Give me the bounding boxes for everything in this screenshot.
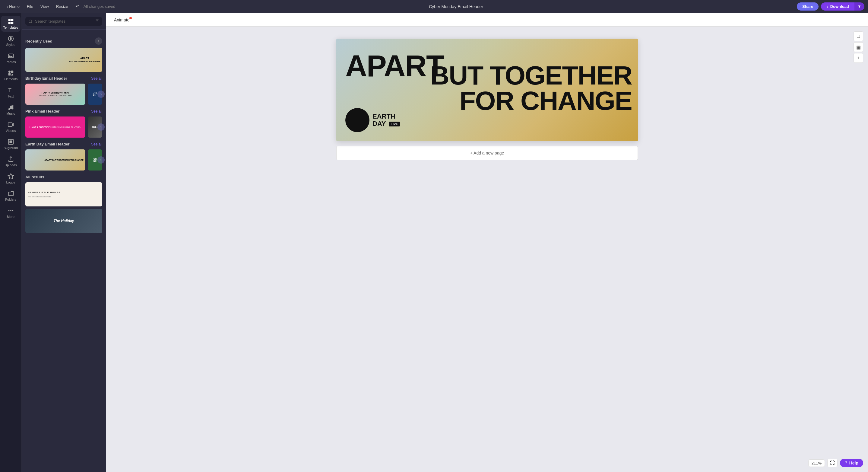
sidebar-item-folders[interactable]: Folders bbox=[1, 188, 21, 204]
sidebar-item-photos[interactable]: Photos bbox=[1, 50, 21, 66]
result-card-homes-container: HEWES LITTLE HOMES This is how homes are… bbox=[25, 182, 102, 206]
svg-marker-18 bbox=[8, 174, 13, 179]
photos-icon bbox=[7, 53, 14, 59]
pink-preview-1: I HAVE A SURPRISE!I hope you're going to… bbox=[25, 117, 85, 138]
canvas-apart-text: APART bbox=[345, 51, 444, 81]
more-icon bbox=[7, 207, 14, 214]
zoom-level[interactable]: 211% bbox=[808, 459, 825, 467]
animate-button[interactable]: Animate bbox=[111, 16, 132, 24]
copy-tool-button[interactable]: ▣ bbox=[854, 42, 863, 52]
svg-rect-3 bbox=[11, 22, 13, 24]
pink-title: Pink Email Header bbox=[25, 109, 59, 114]
earth-day-grid: APART BUT TOGETHER FOR CHANGE GRNO › bbox=[25, 149, 102, 171]
videos-label: Videos bbox=[6, 129, 16, 132]
download-icon: ↓ bbox=[826, 4, 829, 9]
help-button[interactable]: ? Help bbox=[840, 459, 863, 467]
undo-button[interactable]: ↶ bbox=[72, 2, 82, 10]
svg-rect-1 bbox=[11, 19, 13, 21]
svg-point-19 bbox=[8, 210, 9, 211]
design-canvas[interactable]: APART BUT TOGETHERFOR CHANGE EARTHDAY LI… bbox=[336, 39, 638, 141]
download-button-group: ↓ Download ▼ bbox=[821, 2, 864, 10]
canvas-area: Animate □ ▣ + APART BUT TOGETHERFOR CHAN… bbox=[106, 13, 868, 472]
sidebar-item-background[interactable]: Bkground bbox=[1, 136, 21, 152]
result-card-homes[interactable]: HEWES LITTLE HOMES This is how homes are… bbox=[25, 182, 102, 206]
folders-icon bbox=[7, 190, 14, 197]
pink-card-1[interactable]: I HAVE A SURPRISE!I hope you're going to… bbox=[25, 117, 85, 138]
download-dropdown-button[interactable]: ▼ bbox=[855, 2, 864, 10]
file-menu[interactable]: File bbox=[24, 3, 36, 10]
add-page-button[interactable]: + Add a new page bbox=[336, 146, 638, 160]
sidebar-item-templates[interactable]: Templates bbox=[1, 16, 21, 32]
fullscreen-button[interactable]: ⛶ bbox=[827, 459, 838, 467]
icon-sidebar: Templates Styles Photos Elements T Text … bbox=[0, 13, 22, 472]
pink-next-button[interactable]: › bbox=[97, 123, 105, 131]
canvas-logo-area: EARTHDAY LIVE bbox=[345, 108, 400, 132]
fit-tool-button[interactable]: □ bbox=[854, 31, 863, 41]
templates-icon bbox=[7, 18, 14, 25]
search-input-wrap bbox=[25, 17, 102, 26]
sidebar-item-elements[interactable]: Elements bbox=[1, 67, 21, 83]
sidebar-item-music[interactable]: Music bbox=[1, 102, 21, 118]
sidebar-item-more[interactable]: More bbox=[1, 205, 21, 221]
svg-point-20 bbox=[10, 210, 11, 211]
canvas-content: APART BUT TOGETHERFOR CHANGE EARTHDAY LI… bbox=[336, 39, 638, 141]
svg-point-21 bbox=[12, 210, 13, 211]
svg-line-23 bbox=[31, 22, 32, 23]
sidebar-item-styles[interactable]: Styles bbox=[1, 33, 21, 49]
animate-dot bbox=[129, 17, 132, 19]
text-icon: T bbox=[7, 87, 14, 93]
birthday-card-1[interactable]: HAPPY BIRTHDAY, MIA!Wishing you more lov… bbox=[25, 84, 85, 105]
bottom-bar: 211% ⛶ ? Help bbox=[808, 459, 863, 467]
background-icon bbox=[7, 139, 14, 145]
birthday-see-all[interactable]: See all bbox=[91, 76, 102, 81]
search-input[interactable] bbox=[35, 19, 93, 24]
result-card-holiday-container: The Holiday bbox=[25, 209, 102, 233]
logos-label: Logos bbox=[6, 180, 16, 184]
logos-icon bbox=[7, 173, 14, 180]
topbar-left: ‹ Home File View Resize ↶ All changes sa… bbox=[4, 2, 115, 10]
result-card-holiday[interactable]: The Holiday bbox=[25, 209, 102, 233]
pink-see-all[interactable]: See all bbox=[91, 109, 102, 114]
topbar-right: Share ↓ Download ▼ bbox=[797, 2, 864, 10]
recently-used-title: Recently Used bbox=[25, 39, 53, 43]
view-menu[interactable]: View bbox=[37, 3, 52, 10]
sidebar-item-videos[interactable]: Videos bbox=[1, 119, 21, 135]
home-button[interactable]: ‹ Home bbox=[4, 3, 23, 10]
folders-label: Folders bbox=[5, 198, 16, 201]
svg-point-22 bbox=[29, 20, 32, 22]
download-label: Download bbox=[830, 4, 849, 9]
share-button[interactable]: Share bbox=[797, 2, 818, 10]
search-bar-container bbox=[22, 13, 106, 30]
sidebar-item-uploads[interactable]: Uploads bbox=[1, 153, 21, 169]
templates-label: Templates bbox=[3, 26, 18, 29]
earth-next-button[interactable]: › bbox=[97, 156, 105, 164]
elements-label: Elements bbox=[4, 77, 18, 81]
canvas-tools: □ ▣ + bbox=[854, 31, 863, 63]
sidebar-item-text[interactable]: T Text bbox=[1, 85, 21, 100]
recently-used-header: Recently Used › bbox=[25, 37, 102, 45]
uploads-label: Uploads bbox=[4, 163, 17, 167]
document-title: Cyber Monday Email Header bbox=[429, 4, 483, 9]
earth-day-see-all[interactable]: See all bbox=[91, 142, 102, 146]
add-tool-button[interactable]: + bbox=[854, 53, 863, 63]
filter-button[interactable] bbox=[95, 19, 99, 24]
styles-label: Styles bbox=[6, 43, 16, 47]
canvas-scroll: APART BUT TOGETHERFOR CHANGE EARTHDAY LI… bbox=[106, 27, 868, 472]
recently-used-card[interactable]: APARTBUT TOGETHER FOR CHANGE bbox=[25, 48, 102, 72]
earth-day-title: Earth Day Email Header bbox=[25, 142, 70, 146]
svg-point-13 bbox=[11, 108, 13, 110]
svg-rect-17 bbox=[9, 140, 12, 143]
animate-label: Animate bbox=[114, 18, 129, 22]
birthday-next-button[interactable]: › bbox=[97, 91, 105, 98]
recently-used-next[interactable]: › bbox=[95, 37, 102, 45]
download-main-button[interactable]: ↓ Download bbox=[821, 2, 855, 10]
sidebar-item-logos[interactable]: Logos bbox=[1, 171, 21, 186]
svg-text:T: T bbox=[8, 88, 11, 93]
resize-menu[interactable]: Resize bbox=[53, 3, 71, 10]
help-label: Help bbox=[849, 461, 858, 465]
canvas-together-text: BUT TOGETHERFOR CHANGE bbox=[430, 63, 632, 113]
svg-rect-8 bbox=[11, 70, 13, 73]
earth-card-1[interactable]: APART BUT TOGETHER FOR CHANGE bbox=[25, 149, 85, 171]
more-label: More bbox=[7, 215, 14, 218]
videos-icon bbox=[7, 121, 14, 128]
